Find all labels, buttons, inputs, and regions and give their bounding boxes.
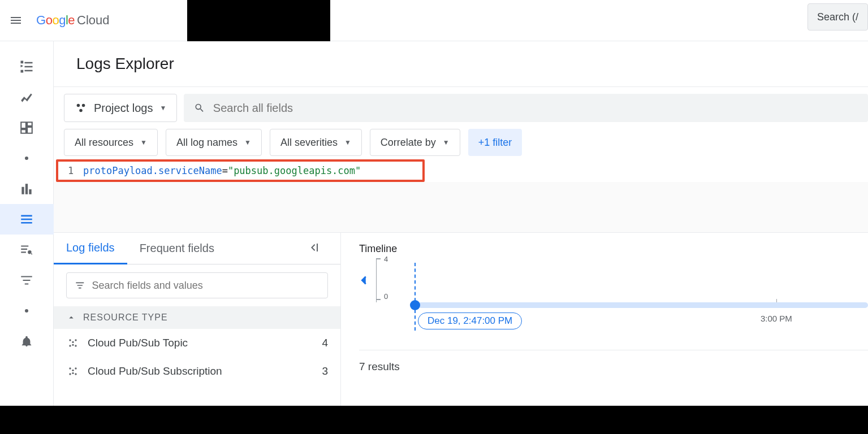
- query-op: =: [222, 165, 228, 176]
- svg-point-4: [72, 341, 74, 343]
- field-count: 3: [322, 365, 328, 377]
- timeline-marker-line: [414, 263, 416, 331]
- nav-dot1-icon[interactable]: [0, 143, 54, 173]
- fields-search-input[interactable]: [92, 280, 319, 292]
- svg-point-7: [72, 344, 74, 346]
- svg-point-0: [77, 104, 80, 107]
- menu-icon[interactable]: [9, 14, 23, 27]
- svg-point-5: [75, 339, 76, 341]
- scope-label: Project logs: [94, 102, 153, 115]
- bottom-black-bar: [0, 406, 868, 434]
- svg-point-11: [75, 367, 76, 369]
- query-val: "pubsub.googleapis.com": [228, 165, 361, 176]
- scatter-icon: [66, 366, 80, 377]
- fields-tabs: Log fields Frequent fields: [54, 233, 340, 264]
- scope-search-row: Project logs ▼: [54, 87, 868, 129]
- y-tick-min: 0: [384, 292, 388, 301]
- scope-selector[interactable]: Project logs ▼: [64, 94, 177, 122]
- collapse-panel-button[interactable]: [302, 241, 325, 257]
- caret-down-icon: ▼: [443, 138, 450, 146]
- nav-bell-icon[interactable]: [0, 326, 54, 357]
- caret-down-icon: ▼: [244, 138, 251, 146]
- svg-point-9: [69, 367, 71, 369]
- svg-point-10: [72, 370, 74, 371]
- tab-log-fields[interactable]: Log fields: [54, 233, 127, 264]
- filter-icon: [75, 280, 85, 291]
- google-cloud-logo[interactable]: Google Cloud: [36, 13, 110, 28]
- svg-point-1: [82, 104, 85, 107]
- query-key: protoPayload.serviceName: [83, 165, 222, 176]
- caret-down-icon: ▼: [140, 138, 147, 146]
- search-all-input[interactable]: [213, 102, 858, 115]
- svg-point-12: [69, 373, 71, 375]
- nav-overview-icon[interactable]: [0, 51, 54, 82]
- nav-logs-search-icon[interactable]: [0, 235, 54, 265]
- field-label: Cloud Pub/Sub Subscription: [88, 365, 222, 377]
- timeline-tick-3pm: 3:00 PM: [761, 314, 792, 323]
- svg-point-3: [69, 339, 71, 341]
- query-line-number: 1: [58, 165, 83, 176]
- svg-point-2: [79, 109, 83, 112]
- query-text[interactable]: protoPayload.serviceName="pubsub.googlea…: [83, 165, 361, 176]
- svg-point-6: [69, 345, 71, 346]
- field-row-pubsub-topic[interactable]: Cloud Pub/Sub Topic 4: [54, 329, 340, 357]
- svg-point-8: [75, 345, 76, 346]
- nav-barchart-icon[interactable]: [0, 173, 54, 204]
- search-icon: [194, 102, 205, 114]
- timeline-panel: Timeline 4 0 Dec 19, 2:47:00 PM 3:00 PM: [341, 233, 868, 434]
- page-title: Logs Explorer: [76, 55, 868, 73]
- field-count: 4: [322, 337, 328, 349]
- redacted-project-selector[interactable]: [187, 0, 330, 41]
- nav-metrics-icon[interactable]: [0, 82, 54, 112]
- timeline-y-axis: [376, 258, 377, 302]
- left-nav-rail: [0, 41, 54, 434]
- nav-logs-icon[interactable]: [0, 204, 54, 235]
- nav-dashboards-icon[interactable]: [0, 112, 54, 143]
- add-filter-button[interactable]: +1 filter: [468, 129, 522, 156]
- timeline-back-button[interactable]: [358, 274, 370, 289]
- query-editor[interactable]: 1 protoPayload.serviceName="pubsub.googl…: [56, 159, 425, 182]
- top-search-button[interactable]: Search (/: [807, 3, 868, 31]
- y-tick-max: 4: [384, 255, 388, 263]
- caret-down-icon: ▼: [160, 104, 167, 112]
- search-all-fields[interactable]: [184, 94, 868, 122]
- filter-lognames[interactable]: All log names▼: [166, 129, 262, 156]
- nav-filter-icon[interactable]: [0, 265, 54, 296]
- nav-dot2-icon[interactable]: [0, 296, 54, 326]
- group-header-resource-type[interactable]: RESOURCE TYPE: [54, 306, 340, 329]
- content-area: Logs Explorer Project logs ▼ All resourc…: [54, 41, 868, 434]
- fields-search[interactable]: [66, 272, 328, 298]
- svg-point-14: [75, 373, 76, 375]
- filter-resources[interactable]: All resources▼: [64, 129, 158, 156]
- field-row-pubsub-subscription[interactable]: Cloud Pub/Sub Subscription 3: [54, 357, 340, 385]
- page-title-row: Logs Explorer: [54, 41, 868, 87]
- chevron-up-icon: [66, 313, 76, 323]
- timeline-chart[interactable]: 4 0 Dec 19, 2:47:00 PM 3:00 PM: [359, 258, 868, 326]
- results-count: 7 results: [359, 350, 868, 373]
- timeline-title: Timeline: [359, 243, 868, 255]
- tab-frequent-fields[interactable]: Frequent fields: [127, 233, 227, 264]
- timeline-handle[interactable]: [410, 300, 420, 310]
- svg-point-13: [72, 372, 74, 374]
- filter-chips-row: All resources▼ All log names▼ All severi…: [54, 129, 868, 160]
- filter-severities[interactable]: All severities▼: [270, 129, 362, 156]
- timeline-track[interactable]: [414, 302, 868, 308]
- timeline-start-pill[interactable]: Dec 19, 2:47:00 PM: [418, 313, 522, 329]
- field-label: Cloud Pub/Sub Topic: [88, 337, 188, 349]
- scatter-icon: [66, 337, 80, 349]
- editor-gap: [54, 182, 868, 233]
- logo-cloud-text: Cloud: [77, 13, 109, 28]
- fields-panel: Log fields Frequent fields RESOURCE TYPE: [54, 233, 341, 434]
- filter-correlate[interactable]: Correlate by▼: [370, 129, 460, 156]
- caret-down-icon: ▼: [344, 138, 351, 146]
- top-header: Google Cloud Search (/: [0, 0, 868, 41]
- lower-panels: Log fields Frequent fields RESOURCE TYPE: [54, 233, 868, 434]
